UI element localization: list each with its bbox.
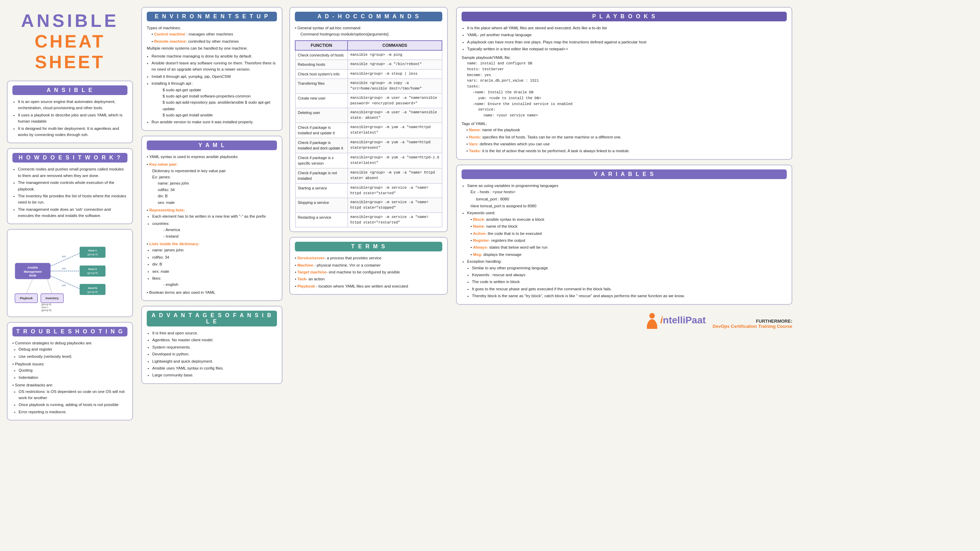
ts-indent: Indentation — [19, 374, 127, 381]
pb-yaml-8: -name: Ensure the installed service is e… — [467, 101, 787, 107]
pb-tag-tasks: • Tasks: it is the list of action that n… — [466, 148, 787, 154]
ansible-point-3: It is designed for multi-tier deployment… — [18, 125, 127, 138]
column-2: E n v i r o n m e n t S e t u p Types of… — [138, 7, 286, 544]
title-ansible: ANSIBLE — [7, 10, 133, 31]
adhoc-syntax: • General syntax of ad-hoc command: Comm… — [295, 25, 442, 38]
table-row: Rebooting hosts#ansible <group> -a "/bin… — [295, 60, 442, 70]
table-cell-command: #ansible<group> -m yum -a "name=httpd st… — [348, 138, 442, 153]
table-cell-function: Starting a service — [295, 183, 348, 198]
table-cell-function: Rebooting hosts — [295, 60, 348, 70]
yaml-p1: • YAML syntax is used to express ansible… — [147, 154, 277, 160]
pb-3: A playbook can have more than one plays.… — [467, 39, 787, 45]
table-cell-function: Restarting a service — [295, 213, 348, 227]
env-apt1: $ sudo apt-get update — [151, 87, 277, 93]
control-machine: • Control machine : manages other machin… — [151, 31, 277, 37]
ansible-section: A n s i b l e It is an open source engin… — [7, 81, 133, 143]
ts-point-1: • Common strategies to debug playbooks a… — [13, 340, 127, 359]
brand-text: intelliPaat — [660, 315, 706, 326]
term-3: • Target machine- end machine to be conf… — [295, 269, 442, 275]
table-cell-function: Check if package is installed and update… — [295, 122, 348, 138]
intellipaat-logo: intelliPaat — [645, 312, 706, 329]
env-p4: installing it through apt : $ sudo apt-g… — [151, 80, 277, 118]
inv-host1: Host 1 — [41, 306, 48, 308]
table-cell-function: Check if package is installed and dont u… — [295, 138, 348, 153]
troubleshooting-section: T r o u b l e s h o o t i n g • Common s… — [7, 322, 133, 421]
variables-body: Same as using variables in programming l… — [461, 183, 787, 299]
yaml-lists-desc: Each element has to be written in a new … — [152, 213, 277, 219]
column-1: ANSIBLE CHEAT SHEET A n s i b l e It is … — [7, 7, 138, 544]
how-point-4: The management node does an 'ssh' connec… — [18, 206, 127, 219]
host1-label1: Host 1 — [89, 249, 97, 252]
playbooks-body: It is the place where all YAML files are… — [461, 25, 787, 154]
table-cell-function: Check connectivity of hosts — [295, 50, 348, 60]
table-cell-command: #ansible<group> -m user -a "name=ansible… — [348, 93, 442, 108]
yaml-ld4: sex: male — [152, 268, 277, 275]
table-row: Check if package is installed and update… — [295, 122, 442, 138]
env-setup-body: Types of machines: • Control machine : m… — [147, 25, 277, 125]
table-cell-function: Stopping a service — [295, 198, 348, 213]
table-row: Check if package is not installed#ansibl… — [295, 168, 442, 183]
course-label: DevOps Certification Training Course — [713, 324, 792, 329]
table-cell-function: Deleting user — [295, 108, 348, 123]
var-msg: • Msg- displays the message — [471, 251, 787, 257]
adv-3: System requirements. — [152, 344, 277, 350]
table-row: Create new user#ansible<group> -m user -… — [295, 93, 442, 108]
adv-2: Agentless. No master client model. — [152, 337, 277, 343]
advantages-section: A d v a n t a g e s o f A n s i b l e It… — [141, 306, 282, 384]
host2-label1: Host 2 — [89, 268, 97, 271]
column-3: A d - h o c C o m m a n d s • General sy… — [286, 7, 451, 544]
table-cell-function: Create new user — [295, 93, 348, 108]
var-block: • Block- ansible syntax to execute a blo… — [471, 216, 787, 222]
pb-yaml: name: install and configure DB hosts: te… — [461, 60, 787, 119]
variables-header: V a r i a b l e s — [461, 170, 787, 179]
table-cell-function: Check if package is s specific version — [295, 153, 348, 168]
pb-1: It is the place where all YAML files are… — [467, 25, 787, 31]
brand-logo: intelliPaat — [660, 315, 706, 326]
pb-yaml-1: name: install and configure DB — [467, 60, 787, 67]
table-header-function: FUNCTION — [295, 41, 348, 50]
table-row: Starting a service#ansible<group> -m ser… — [295, 183, 442, 198]
var-ex3: Here tomcat_port is assigned to 8080 — [471, 203, 787, 209]
playbook-label: Playbook — [20, 297, 33, 300]
table-cell-command: #ansible<group> -m yum -a "name=httpd st… — [348, 122, 442, 138]
yaml-english: - english — [152, 281, 277, 287]
ansible-header: A n s i b l e — [13, 86, 127, 95]
how-point-1: Connects nodes and pushes small programs… — [18, 166, 127, 179]
yaml-roll: rollNo: 34 — [147, 187, 277, 193]
var-name: • Name- name of the block — [471, 223, 787, 229]
diagram-box: Ansible Management Node ssh ssh ssh Host… — [7, 229, 133, 317]
var-ex-3: The code is written in block — [472, 279, 787, 285]
table-row: Check if package is installed and dont u… — [295, 138, 442, 153]
env-apt2: $ sudo apt-get install software-properti… — [151, 93, 277, 99]
env-apt4: $ sudo apt-get install ansible — [151, 112, 277, 118]
pb-yaml-3: become: yes — [467, 72, 787, 78]
yaml-ex: Ex: james: — [147, 174, 277, 180]
yaml-kv: • Key-value pair: Dictionary is represen… — [147, 161, 277, 206]
ssh-label-2: ssh — [62, 267, 66, 270]
var-ex-4: It goes to the rescue phase and gets exe… — [472, 286, 787, 292]
env-setup-section: E n v i r o n m e n t S e t u p Types of… — [141, 7, 282, 131]
yaml-ld3: div: B — [152, 261, 277, 267]
env-setup-header: E n v i r o n m e n t S e t u p — [147, 12, 277, 21]
playbooks-section: P l a y b o o k s It is the place where … — [456, 7, 792, 160]
ts-drawbacks: • Some drawbacks are: OS restrictions: i… — [13, 382, 127, 415]
yaml-div: div: B — [147, 193, 277, 199]
var-ex-5: Thereby block is the same as "try block"… — [472, 293, 787, 299]
table-cell-command: #ansible<group> -m service -a "name= htt… — [348, 198, 442, 213]
env-p3: Install it through apt, yumpkg, pip, Ope… — [151, 73, 277, 79]
ts-error: Error reporting is mediocre. — [19, 409, 127, 415]
term-5: • Playbook - location where YAML files a… — [295, 283, 442, 289]
yaml-header: Y A M L — [147, 140, 277, 150]
yaml-section: Y A M L • YAML syntax is used to express… — [141, 136, 282, 301]
how-point-2: The management node controls whole execu… — [18, 179, 127, 192]
how-it-works-body: Connects nodes and pushes small programs… — [13, 166, 127, 219]
table-cell-command: #ansible <group> -m copy -a "src=home/an… — [348, 79, 442, 94]
inv-groupB: [group B] — [41, 309, 51, 312]
inv-content: [group A] — [41, 303, 51, 306]
yaml-lists-dict: • Lists inside the dictionary: name: jam… — [147, 241, 277, 288]
terms-header: T e r m s — [295, 242, 442, 251]
ansible-point-1: It is an open source engine that automat… — [18, 98, 127, 111]
var-keywords: Keywords used: • Block- ansible syntax t… — [467, 210, 787, 257]
pb-4: Typically written in a text editor like … — [467, 46, 787, 52]
host2-rect — [80, 265, 105, 276]
